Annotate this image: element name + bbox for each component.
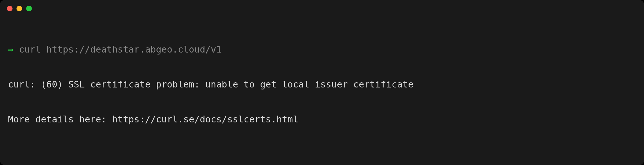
prompt-arrow-icon: → bbox=[8, 44, 13, 55]
maximize-icon[interactable] bbox=[26, 6, 32, 11]
titlebar bbox=[0, 0, 644, 14]
command-text: curl https://deathstar.abgeo.cloud/v1 bbox=[13, 44, 222, 55]
blank-line bbox=[8, 148, 636, 160]
output-line: curl: (60) SSL certificate problem: unab… bbox=[8, 79, 636, 90]
terminal-body[interactable]: → curl https://deathstar.abgeo.cloud/v1 … bbox=[0, 14, 644, 165]
terminal-window: → curl https://deathstar.abgeo.cloud/v1 … bbox=[0, 0, 644, 165]
output-line: More details here: https://curl.se/docs/… bbox=[8, 114, 636, 125]
prompt-line: → curl https://deathstar.abgeo.cloud/v1 bbox=[8, 44, 636, 55]
minimize-icon[interactable] bbox=[16, 6, 22, 11]
close-icon[interactable] bbox=[7, 6, 13, 11]
